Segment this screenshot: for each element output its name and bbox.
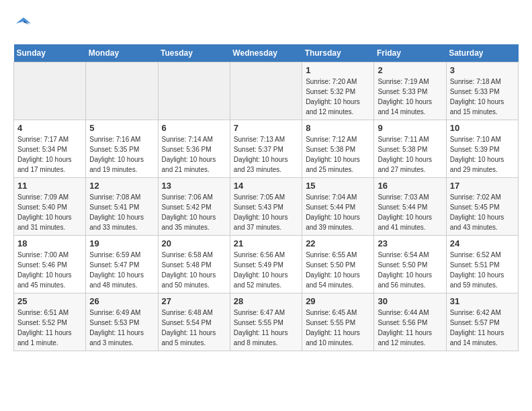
day-info: Sunrise: 6:58 AMSunset: 5:48 PMDaylight:… xyxy=(162,250,226,290)
day-info: Sunrise: 7:00 AMSunset: 5:46 PMDaylight:… xyxy=(17,250,82,290)
day-cell: 29Sunrise: 6:45 AMSunset: 5:55 PMDayligh… xyxy=(302,293,374,351)
day-info: Sunrise: 7:14 AMSunset: 5:36 PMDaylight:… xyxy=(162,134,226,175)
day-info: Sunrise: 7:12 AMSunset: 5:38 PMDaylight:… xyxy=(306,134,370,175)
day-info: Sunrise: 7:20 AMSunset: 5:32 PMDaylight:… xyxy=(306,77,370,117)
day-cell: 14Sunrise: 7:05 AMSunset: 5:43 PMDayligh… xyxy=(230,178,302,236)
day-header-thursday: Thursday xyxy=(302,44,374,62)
day-number: 25 xyxy=(17,296,82,306)
day-cell: 10Sunrise: 7:10 AMSunset: 5:39 PMDayligh… xyxy=(446,120,518,178)
day-info: Sunrise: 6:51 AMSunset: 5:52 PMDaylight:… xyxy=(17,308,82,348)
day-header-friday: Friday xyxy=(374,44,446,62)
day-info: Sunrise: 6:55 AMSunset: 5:50 PMDaylight:… xyxy=(306,250,370,290)
day-cell: 15Sunrise: 7:04 AMSunset: 5:44 PMDayligh… xyxy=(302,178,374,236)
week-row-3: 11Sunrise: 7:09 AMSunset: 5:40 PMDayligh… xyxy=(14,178,519,236)
day-number: 29 xyxy=(306,296,370,306)
day-number: 12 xyxy=(89,181,154,191)
day-info: Sunrise: 6:54 AMSunset: 5:50 PMDaylight:… xyxy=(378,250,442,290)
day-cell: 20Sunrise: 6:58 AMSunset: 5:48 PMDayligh… xyxy=(158,236,230,293)
day-info: Sunrise: 7:18 AMSunset: 5:33 PMDaylight:… xyxy=(450,77,515,117)
week-row-2: 4Sunrise: 7:17 AMSunset: 5:34 PMDaylight… xyxy=(14,120,519,178)
day-number: 11 xyxy=(17,181,82,191)
day-info: Sunrise: 7:16 AMSunset: 5:35 PMDaylight:… xyxy=(89,134,154,175)
day-info: Sunrise: 7:09 AMSunset: 5:40 PMDaylight:… xyxy=(17,192,82,232)
logo-icon xyxy=(13,13,34,34)
day-number: 26 xyxy=(89,296,154,306)
day-number: 17 xyxy=(450,181,515,191)
day-number: 9 xyxy=(378,123,442,133)
day-info: Sunrise: 6:42 AMSunset: 5:57 PMDaylight:… xyxy=(450,308,515,348)
day-info: Sunrise: 6:52 AMSunset: 5:51 PMDaylight:… xyxy=(450,250,515,290)
day-header-monday: Monday xyxy=(86,44,158,62)
day-cell xyxy=(14,62,86,120)
calendar-table: SundayMondayTuesdayWednesdayThursdayFrid… xyxy=(13,44,519,351)
day-number: 27 xyxy=(162,296,226,306)
day-cell: 4Sunrise: 7:17 AMSunset: 5:34 PMDaylight… xyxy=(14,120,86,178)
day-info: Sunrise: 7:04 AMSunset: 5:44 PMDaylight:… xyxy=(306,192,370,232)
day-header-tuesday: Tuesday xyxy=(158,44,230,62)
day-info: Sunrise: 6:48 AMSunset: 5:54 PMDaylight:… xyxy=(162,308,226,348)
day-number: 28 xyxy=(234,296,298,306)
day-info: Sunrise: 7:11 AMSunset: 5:38 PMDaylight:… xyxy=(378,134,442,175)
day-number: 16 xyxy=(378,181,442,191)
day-number: 15 xyxy=(306,181,370,191)
day-number: 23 xyxy=(378,238,442,248)
day-header-sunday: Sunday xyxy=(14,44,86,62)
day-cell: 30Sunrise: 6:44 AMSunset: 5:56 PMDayligh… xyxy=(374,293,446,351)
day-cell xyxy=(86,62,158,120)
day-info: Sunrise: 7:02 AMSunset: 5:45 PMDaylight:… xyxy=(450,192,515,232)
logo xyxy=(13,13,36,34)
day-cell: 5Sunrise: 7:16 AMSunset: 5:35 PMDaylight… xyxy=(86,120,158,178)
day-info: Sunrise: 7:08 AMSunset: 5:41 PMDaylight:… xyxy=(89,192,154,232)
day-cell: 24Sunrise: 6:52 AMSunset: 5:51 PMDayligh… xyxy=(446,236,518,293)
page-header xyxy=(13,13,519,34)
day-cell: 26Sunrise: 6:49 AMSunset: 5:53 PMDayligh… xyxy=(86,293,158,351)
day-number: 7 xyxy=(234,123,298,133)
day-info: Sunrise: 7:19 AMSunset: 5:33 PMDaylight:… xyxy=(378,77,442,117)
week-row-5: 25Sunrise: 6:51 AMSunset: 5:52 PMDayligh… xyxy=(14,293,519,351)
day-info: Sunrise: 6:56 AMSunset: 5:49 PMDaylight:… xyxy=(234,250,298,290)
day-cell: 9Sunrise: 7:11 AMSunset: 5:38 PMDaylight… xyxy=(374,120,446,178)
day-number: 22 xyxy=(306,238,370,248)
day-cell: 2Sunrise: 7:19 AMSunset: 5:33 PMDaylight… xyxy=(374,62,446,120)
day-cell: 19Sunrise: 6:59 AMSunset: 5:47 PMDayligh… xyxy=(86,236,158,293)
day-cell: 12Sunrise: 7:08 AMSunset: 5:41 PMDayligh… xyxy=(86,178,158,236)
day-number: 30 xyxy=(378,296,442,306)
day-cell xyxy=(158,62,230,120)
day-cell: 1Sunrise: 7:20 AMSunset: 5:32 PMDaylight… xyxy=(302,62,374,120)
day-info: Sunrise: 6:49 AMSunset: 5:53 PMDaylight:… xyxy=(89,308,154,348)
day-info: Sunrise: 6:59 AMSunset: 5:47 PMDaylight:… xyxy=(89,250,154,290)
day-cell: 25Sunrise: 6:51 AMSunset: 5:52 PMDayligh… xyxy=(14,293,86,351)
day-number: 10 xyxy=(450,123,515,133)
day-info: Sunrise: 7:17 AMSunset: 5:34 PMDaylight:… xyxy=(17,134,82,175)
day-cell: 18Sunrise: 7:00 AMSunset: 5:46 PMDayligh… xyxy=(14,236,86,293)
day-number: 18 xyxy=(17,238,82,248)
day-cell: 8Sunrise: 7:12 AMSunset: 5:38 PMDaylight… xyxy=(302,120,374,178)
day-cell: 17Sunrise: 7:02 AMSunset: 5:45 PMDayligh… xyxy=(446,178,518,236)
day-cell: 11Sunrise: 7:09 AMSunset: 5:40 PMDayligh… xyxy=(14,178,86,236)
week-row-4: 18Sunrise: 7:00 AMSunset: 5:46 PMDayligh… xyxy=(14,236,519,293)
day-cell: 3Sunrise: 7:18 AMSunset: 5:33 PMDaylight… xyxy=(446,62,518,120)
day-info: Sunrise: 6:45 AMSunset: 5:55 PMDaylight:… xyxy=(306,308,370,348)
day-cell xyxy=(230,62,302,120)
day-cell: 7Sunrise: 7:13 AMSunset: 5:37 PMDaylight… xyxy=(230,120,302,178)
day-number: 31 xyxy=(450,296,515,306)
day-cell: 31Sunrise: 6:42 AMSunset: 5:57 PMDayligh… xyxy=(446,293,518,351)
day-number: 2 xyxy=(378,65,442,75)
day-cell: 21Sunrise: 6:56 AMSunset: 5:49 PMDayligh… xyxy=(230,236,302,293)
day-number: 3 xyxy=(450,65,515,75)
day-cell: 28Sunrise: 6:47 AMSunset: 5:55 PMDayligh… xyxy=(230,293,302,351)
day-header-saturday: Saturday xyxy=(446,44,518,62)
day-number: 14 xyxy=(234,181,298,191)
day-number: 20 xyxy=(162,238,226,248)
days-header-row: SundayMondayTuesdayWednesdayThursdayFrid… xyxy=(14,44,519,62)
day-number: 8 xyxy=(306,123,370,133)
day-info: Sunrise: 7:05 AMSunset: 5:43 PMDaylight:… xyxy=(234,192,298,232)
day-number: 24 xyxy=(450,238,515,248)
day-info: Sunrise: 7:13 AMSunset: 5:37 PMDaylight:… xyxy=(234,134,298,175)
day-info: Sunrise: 7:10 AMSunset: 5:39 PMDaylight:… xyxy=(450,134,515,175)
day-number: 13 xyxy=(162,181,226,191)
day-cell: 16Sunrise: 7:03 AMSunset: 5:44 PMDayligh… xyxy=(374,178,446,236)
day-cell: 23Sunrise: 6:54 AMSunset: 5:50 PMDayligh… xyxy=(374,236,446,293)
day-info: Sunrise: 7:03 AMSunset: 5:44 PMDaylight:… xyxy=(378,192,442,232)
day-number: 6 xyxy=(162,123,226,133)
